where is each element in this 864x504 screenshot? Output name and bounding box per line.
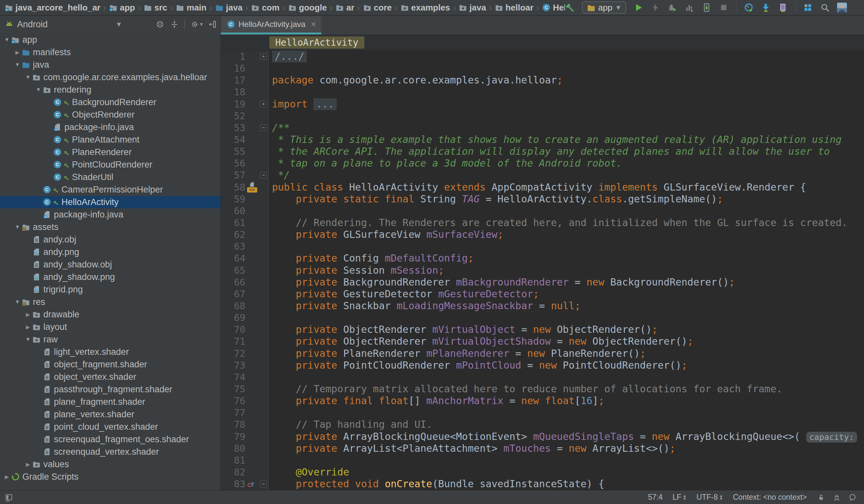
code-text[interactable]: /** xyxy=(269,122,864,134)
code-text[interactable]: * the ARCore API. The application will d… xyxy=(269,146,864,157)
code-text[interactable]: */ xyxy=(269,169,864,181)
code-text[interactable]: private Snackbar mLoadingMessageSnackbar… xyxy=(269,300,864,312)
chevron-collapsed-icon[interactable]: ▶ xyxy=(24,461,32,468)
code-line-62[interactable]: 62 private GLSurfaceView mSurfaceView; xyxy=(221,229,864,240)
code-line-58[interactable]: 58<>public class HelloArActivity extends… xyxy=(221,181,864,193)
breadcrumb-item-helloar[interactable]: helloar xyxy=(495,3,533,13)
chevron-expanded-icon[interactable]: ▼ xyxy=(13,224,22,230)
code-text[interactable]: import ... xyxy=(269,98,864,110)
tree-item-res[interactable]: ▼res xyxy=(0,296,220,308)
code-text[interactable] xyxy=(269,312,864,324)
code-line-69[interactable]: 69 xyxy=(221,312,864,324)
chevron-expanded-icon[interactable]: ▼ xyxy=(24,336,32,343)
code-text[interactable]: private ArrayBlockingQueue<MotionEvent> … xyxy=(269,431,864,443)
code-line-55[interactable]: 55 * the ARCore API. The application wil… xyxy=(221,146,864,157)
code-line-54[interactable]: 54 * This is a simple example that shows… xyxy=(221,134,864,146)
code-line-61[interactable]: 61 // Rendering. The Renderers are creat… xyxy=(221,217,864,229)
tree-item-passthrough-fragment-shader[interactable]: passthrough_fragment.shader xyxy=(0,383,220,396)
code-line-76[interactable]: 76 private final float[] mAnchorMatrix =… xyxy=(221,395,864,407)
gutter[interactable]: 77 xyxy=(221,407,269,419)
project-view-selector[interactable]: Android xyxy=(17,20,48,29)
run-configuration-select[interactable]: app▼ xyxy=(582,1,626,14)
tree-item-object-vertex-shader[interactable]: object_vertex.shader xyxy=(0,371,220,383)
gutter[interactable]: 75 xyxy=(221,383,269,395)
layout-xml-icon[interactable]: <> xyxy=(247,187,257,193)
gutter[interactable]: 80 xyxy=(221,443,269,454)
code-line-75[interactable]: 75 // Temporary matrix allocated here to… xyxy=(221,383,864,395)
gutter[interactable]: 78 xyxy=(221,419,269,430)
code-text[interactable] xyxy=(269,371,864,383)
run-button[interactable] xyxy=(633,3,643,12)
gutter[interactable]: 82 xyxy=(221,466,269,478)
fold-expand-icon[interactable]: + xyxy=(260,101,267,107)
chevron-collapsed-icon[interactable]: ▶ xyxy=(3,474,11,480)
fold-collapse-icon[interactable]: − xyxy=(260,124,267,131)
gutter[interactable]: 56 xyxy=(221,157,269,169)
code-text[interactable] xyxy=(269,110,864,122)
code-text[interactable] xyxy=(269,240,864,252)
gutter[interactable]: 71 xyxy=(221,335,269,347)
code-line-57[interactable]: 57− */ xyxy=(221,169,864,181)
folded-region[interactable]: /.../ xyxy=(272,51,307,62)
overrides-method-icon[interactable] xyxy=(247,480,255,488)
gutter[interactable]: 55 xyxy=(221,146,269,157)
code-line-18[interactable]: 18 xyxy=(221,86,864,98)
encoding-widget[interactable]: UTF-8▲▼ xyxy=(696,493,723,502)
build-button[interactable] xyxy=(565,3,575,12)
code-line-83[interactable]: 83− protected void onCreate(Bundle saved… xyxy=(221,478,864,490)
chevron-collapsed-icon[interactable]: ▶ xyxy=(24,311,32,318)
tree-item-values[interactable]: ▶values xyxy=(0,458,220,470)
code-text[interactable]: * tap on a plane to place a 3d model of … xyxy=(269,157,864,169)
profile-button[interactable] xyxy=(685,3,695,12)
code-line-73[interactable]: 73 private PointCloudRenderer mPointClou… xyxy=(221,359,864,371)
code-text[interactable]: protected void onCreate(Bundle savedInst… xyxy=(269,478,864,490)
sdk-manager-button[interactable] xyxy=(761,3,771,12)
code-line-74[interactable]: 74 xyxy=(221,371,864,383)
tree-item-rendering[interactable]: ▼rendering xyxy=(0,83,220,96)
gutter[interactable]: 79 xyxy=(221,431,269,443)
code-line-66[interactable]: 66 private BackgroundRenderer mBackgroun… xyxy=(221,276,864,288)
breadcrumb-item-ar[interactable]: ar xyxy=(335,3,355,13)
tree-item-gradle-scripts[interactable]: ▶Gradle Scripts xyxy=(0,470,220,483)
code-line-71[interactable]: 71 private ObjectRenderer mVirtualObject… xyxy=(221,335,864,347)
fold-collapse-icon[interactable]: − xyxy=(260,172,267,178)
tree-item-helloaractivity[interactable]: CHelloArActivity xyxy=(0,196,220,208)
code-text[interactable]: private static final String TAG = HelloA… xyxy=(269,193,864,205)
code-text[interactable]: package com.google.ar.core.examples.java… xyxy=(269,74,864,86)
tree-item-pointcloudrenderer[interactable]: CPointCloudRenderer xyxy=(0,158,220,171)
close-icon[interactable]: ✕ xyxy=(311,20,316,28)
code-line-64[interactable]: 64 private Config mDefaultConfig; xyxy=(221,252,864,264)
gutter[interactable]: 18 xyxy=(221,86,269,98)
breadcrumb-item-java_arcore_hello_ar[interactable]: java_arcore_hello_ar xyxy=(4,3,100,13)
gutter[interactable]: 72 xyxy=(221,348,269,359)
chevron-expanded-icon[interactable]: ▼ xyxy=(13,62,22,68)
tree-item-assets[interactable]: ▼assets xyxy=(0,221,220,233)
gutter[interactable]: 68 xyxy=(221,300,269,312)
code-line-67[interactable]: 67 private GestureDetector mGestureDetec… xyxy=(221,288,864,300)
code-text[interactable]: // Rendering. The Renderers are created … xyxy=(269,217,864,229)
code-text[interactable]: // Temporary matrix allocated here to re… xyxy=(269,383,864,395)
user-avatar-button[interactable] xyxy=(837,3,847,12)
gutter[interactable]: 52 xyxy=(221,110,269,122)
gutter[interactable]: 1+ xyxy=(221,51,269,62)
tree-item-drawable[interactable]: ▶drawable xyxy=(0,308,220,321)
code-line-19[interactable]: 19+import ... xyxy=(221,98,864,110)
tree-item-package-info-java[interactable]: Jpackage-info.java xyxy=(0,208,220,221)
attach-debugger-button[interactable] xyxy=(702,3,711,12)
code-text[interactable]: private GLSurfaceView mSurfaceView; xyxy=(269,229,864,240)
code-text[interactable]: private ArrayList<PlaneAttachment> mTouc… xyxy=(269,443,864,454)
gutter[interactable]: 73 xyxy=(221,359,269,371)
breadcrumb-item-main[interactable]: main xyxy=(176,3,207,13)
chevron-down-icon[interactable]: ▼ xyxy=(116,21,122,28)
tab-helloaractivity[interactable]: C HelloArActivity.java ✕ xyxy=(221,16,321,35)
code-text[interactable]: /.../ xyxy=(269,51,864,62)
tree-item-trigrid-png[interactable]: trigrid.png xyxy=(0,283,220,296)
breadcrumb-item-helloaractivity[interactable]: CHelloArActivity xyxy=(542,3,565,13)
tree-item-andy-png[interactable]: andy.png xyxy=(0,246,220,258)
gutter[interactable]: 66 xyxy=(221,276,269,288)
gutter[interactable]: 63 xyxy=(221,240,269,252)
tree-item-package-info-java[interactable]: Jpackage-info.java xyxy=(0,121,220,133)
gutter[interactable]: 17 xyxy=(221,74,269,86)
tree-item-object-fragment-shader[interactable]: object_fragment.shader xyxy=(0,358,220,371)
avd-manager-button[interactable] xyxy=(778,3,788,12)
